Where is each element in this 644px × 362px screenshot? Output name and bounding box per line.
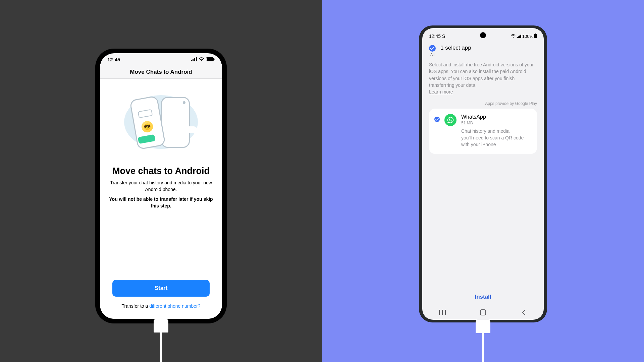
recents-button[interactable] <box>438 308 446 316</box>
ios-navbar-title: Move Chats to Android <box>100 65 222 79</box>
back-button[interactable] <box>520 308 528 316</box>
page-heading: Move chats to Android <box>112 166 210 176</box>
ios-statusbar: 12:45 <box>100 53 222 65</box>
android-cable <box>476 320 490 333</box>
apps-provider-label: Apps provide by Google Play <box>429 101 537 106</box>
battery-text: 100% <box>522 34 533 39</box>
cellular-icon <box>517 34 521 39</box>
svg-rect-7 <box>534 34 537 38</box>
iphone-frame: 12:45 Move Chats to Android <box>95 49 227 323</box>
svg-rect-12 <box>480 310 486 315</box>
iphone-cable <box>154 319 168 333</box>
install-button[interactable]: Install <box>422 294 544 300</box>
all-label: All <box>430 53 434 57</box>
iphone-screen: 12:45 Move Chats to Android <box>100 53 222 319</box>
battery-icon <box>534 34 537 39</box>
help-text: Select and install rhe free Android vers… <box>429 62 534 88</box>
svg-rect-8 <box>535 34 536 34</box>
svg-rect-3 <box>196 57 197 61</box>
app-desc-line1: Chat history and media <box>461 128 509 134</box>
ios-clock: 12:45 <box>107 57 120 62</box>
home-button[interactable] <box>479 308 487 316</box>
app-card-whatsapp[interactable]: WhatsApp 51 MB Chat history and media yo… <box>429 109 537 154</box>
android-navbar <box>422 305 544 320</box>
transfer-different-number: Transfer to a different phone number? <box>121 303 200 309</box>
wifi-icon <box>199 57 204 61</box>
svg-rect-11 <box>445 310 446 315</box>
app-checkbox[interactable] <box>434 117 440 122</box>
svg-rect-6 <box>214 59 215 60</box>
android-clock: 12:45 S <box>429 34 445 39</box>
different-number-link[interactable]: different phone number? <box>149 303 200 309</box>
select-app-title: 1 select app <box>440 45 471 51</box>
battery-icon <box>206 57 215 61</box>
wifi-icon <box>511 34 516 39</box>
whatsapp-icon <box>444 114 457 126</box>
page-subheading: Transfer your chat history and media to … <box>109 180 213 193</box>
page-warning: You will not be able to transfer later i… <box>109 196 213 209</box>
android-screen: 12:45 S 100% <box>422 28 544 320</box>
app-desc-line2: you'll need to scan a QR code with your … <box>461 135 524 147</box>
svg-rect-9 <box>439 310 440 315</box>
start-button[interactable]: Start <box>112 280 210 297</box>
svg-rect-1 <box>193 59 194 61</box>
svg-rect-10 <box>442 310 443 315</box>
svg-rect-0 <box>191 60 192 61</box>
transfer-illustration: 😎 <box>117 90 205 154</box>
right-panel: 12:45 S 100% <box>322 0 644 362</box>
camera-punch-hole <box>480 32 486 38</box>
svg-rect-5 <box>207 58 213 61</box>
transfer-prefix: Transfer to a <box>121 303 149 309</box>
android-frame: 12:45 S 100% <box>419 25 547 322</box>
app-size: 51 MB <box>461 121 531 125</box>
app-name: WhatsApp <box>461 114 531 120</box>
left-panel: 12:45 Move Chats to Android <box>0 0 322 362</box>
select-all-checkbox[interactable]: All <box>429 45 436 57</box>
learn-more-link[interactable]: Learn more <box>429 89 453 95</box>
svg-rect-2 <box>194 58 195 62</box>
checkmark-icon <box>429 45 436 52</box>
cellular-icon <box>191 57 197 61</box>
